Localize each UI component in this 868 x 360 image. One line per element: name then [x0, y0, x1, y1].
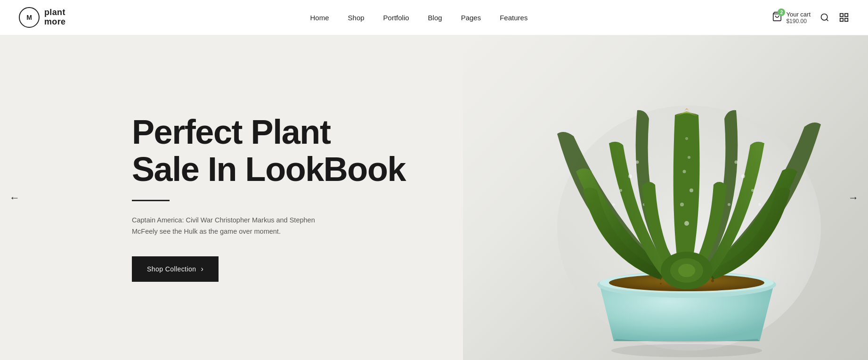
header: M plant more Home Shop Portfolio Blog Pa… — [0, 0, 868, 35]
logo-line1: plant — [44, 8, 65, 17]
svg-point-19 — [636, 161, 639, 164]
cart-amount: $190.00 — [786, 18, 811, 25]
svg-point-34 — [688, 156, 690, 159]
svg-point-17 — [628, 174, 632, 178]
svg-point-14 — [660, 283, 662, 285]
svg-rect-5 — [845, 18, 848, 21]
right-arrow-icon: → — [848, 192, 859, 204]
svg-point-36 — [611, 344, 762, 357]
hero-title-line2: Sale In LookBook — [132, 150, 406, 188]
nav-item-blog[interactable]: Blog — [428, 14, 442, 22]
plant-illustration — [491, 40, 844, 360]
svg-point-1 — [821, 14, 827, 20]
svg-point-31 — [680, 203, 684, 206]
nav-item-shop[interactable]: Shop — [348, 14, 365, 22]
logo[interactable]: M plant more — [19, 7, 65, 28]
svg-point-30 — [684, 221, 689, 226]
grid-icon — [839, 12, 849, 23]
hero-description: Captain America: Civil War Christopher M… — [132, 214, 334, 237]
svg-point-22 — [741, 174, 745, 178]
svg-point-18 — [619, 189, 622, 192]
cart-badge: 2 — [778, 8, 785, 16]
hero-divider — [132, 200, 170, 201]
nav-item-features[interactable]: Features — [500, 14, 527, 22]
hero-title: Perfect Plant Sale In LookBook — [132, 114, 478, 188]
svg-rect-3 — [840, 14, 843, 16]
logo-line2: more — [44, 17, 65, 27]
logo-initial: M — [19, 7, 40, 28]
svg-point-23 — [751, 189, 754, 192]
svg-point-25 — [728, 203, 730, 206]
svg-point-33 — [683, 170, 686, 173]
main-nav: Home Shop Portfolio Blog Pages Features — [310, 14, 528, 22]
svg-point-32 — [690, 188, 693, 192]
header-right: 2 Your cart $190.00 — [772, 11, 849, 25]
hero-content: Perfect Plant Sale In LookBook Captain A… — [0, 35, 478, 360]
plant-svg — [491, 40, 844, 360]
cart-label: Your cart $190.00 — [786, 11, 811, 25]
svg-line-2 — [827, 19, 828, 21]
grid-menu-button[interactable] — [839, 12, 849, 23]
nav-item-pages[interactable]: Pages — [461, 14, 481, 22]
nav-item-home[interactable]: Home — [310, 14, 329, 22]
cart-title: Your cart — [786, 11, 811, 18]
svg-rect-4 — [845, 14, 848, 16]
svg-point-26 — [758, 203, 761, 206]
cart-button[interactable]: 2 Your cart $190.00 — [772, 11, 811, 25]
svg-point-35 — [685, 137, 688, 140]
logo-text: plant more — [44, 8, 65, 27]
shop-btn-arrow-icon: › — [201, 265, 203, 273]
hero-section: ← Perfect Plant Sale In LookBook Captain… — [0, 35, 868, 360]
search-icon — [820, 13, 829, 22]
cart-icon-wrap: 2 — [772, 11, 782, 24]
svg-rect-6 — [840, 18, 843, 21]
prev-slide-button[interactable]: ← — [9, 192, 20, 204]
svg-point-21 — [612, 203, 615, 206]
nav-item-portfolio[interactable]: Portfolio — [383, 14, 409, 22]
hero-image-area — [463, 35, 868, 360]
shop-btn-label: Shop Collection — [147, 265, 196, 273]
search-button[interactable] — [820, 13, 829, 22]
next-slide-button[interactable]: → — [848, 192, 859, 204]
svg-point-29 — [678, 264, 695, 277]
hero-title-line1: Perfect Plant — [132, 113, 330, 151]
shop-collection-button[interactable]: Shop Collection › — [132, 256, 219, 282]
left-arrow-icon: ← — [9, 192, 20, 204]
svg-point-24 — [735, 161, 738, 164]
